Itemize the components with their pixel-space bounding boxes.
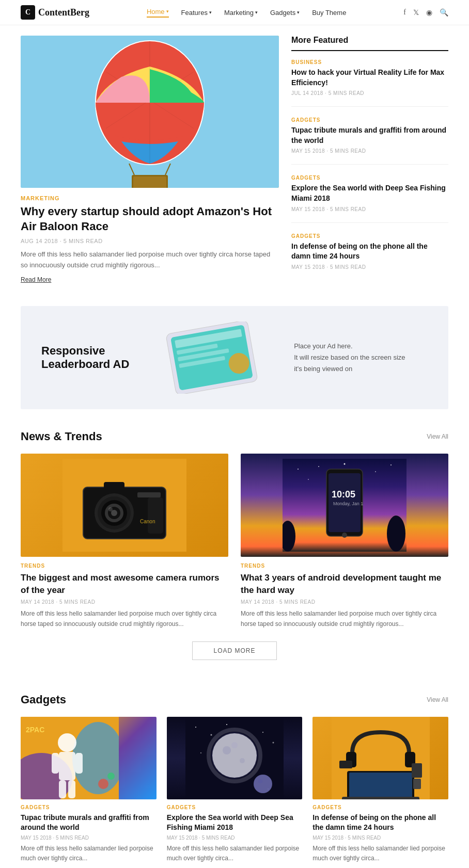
- news-card-1: 10:05 Monday, Jan 1 Trends What 3 years …: [241, 454, 448, 629]
- ad-line2: Leaderboard AD: [41, 358, 129, 371]
- gadgets-title: Gadgets: [21, 693, 66, 706]
- logo-icon: C: [21, 5, 35, 20]
- svg-point-36: [390, 464, 392, 465]
- svg-rect-82: [412, 763, 422, 778]
- ad-description: Place your Ad here. It will resize based…: [294, 341, 428, 375]
- load-more-wrap: LOAD MORE: [21, 641, 448, 660]
- logo[interactable]: C ContentBerg: [21, 5, 89, 20]
- svg-point-62: [272, 742, 274, 743]
- chevron-down-icon: ▾: [297, 10, 300, 15]
- tablet-svg: [160, 322, 263, 394]
- social-icons: f 𝕏 ◉ 🔍: [403, 8, 448, 17]
- svg-point-58: [195, 727, 196, 728]
- news-grid: Canon Trends The biggest and most awesom…: [21, 454, 448, 629]
- svg-point-55: [98, 779, 108, 789]
- news-trends-header: News & Trends View All: [21, 430, 448, 443]
- svg-point-60: [226, 724, 227, 725]
- svg-point-48: [58, 733, 76, 752]
- featured-item-3: Gadgets In defense of being on the phone…: [291, 233, 448, 280]
- moon-image: [167, 717, 303, 799]
- more-featured-heading: More Featured: [291, 36, 448, 51]
- nav-buy-theme[interactable]: Buy Theme: [312, 9, 346, 17]
- svg-point-59: [210, 734, 212, 735]
- gadgets-header: Gadgets View All: [21, 693, 448, 706]
- facebook-icon[interactable]: f: [403, 8, 406, 17]
- svg-text:2PAC: 2PAC: [26, 726, 44, 734]
- news-trends-title: News & Trends: [21, 430, 102, 443]
- svg-point-34: [344, 463, 346, 464]
- svg-point-56: [107, 773, 115, 780]
- ad-line1: Responsive: [41, 344, 129, 358]
- instagram-icon[interactable]: ◉: [426, 8, 432, 17]
- svg-rect-79: [349, 773, 412, 799]
- hero-meta: AUG 14 2018 · 5 MINS READ: [21, 238, 279, 244]
- chevron-down-icon: ▾: [255, 10, 258, 15]
- svg-point-26: [108, 507, 113, 511]
- laptop-image: [312, 717, 448, 799]
- hero-main: Marketing Why every startup should adopt…: [21, 36, 279, 291]
- nav-gadgets[interactable]: Gadgets ▾: [270, 9, 300, 17]
- svg-point-32: [298, 469, 299, 470]
- ad-image: [145, 322, 278, 394]
- svg-rect-6: [133, 176, 166, 188]
- svg-rect-83: [413, 779, 421, 789]
- svg-point-33: [318, 466, 319, 467]
- gadgets-view-all[interactable]: View All: [427, 696, 448, 703]
- read-more-link[interactable]: Read More: [21, 276, 51, 283]
- nav-home[interactable]: Home ▾: [147, 8, 169, 18]
- chevron-down-icon: ▾: [209, 10, 212, 15]
- svg-point-68: [223, 746, 231, 754]
- hero-balloon-svg: [21, 36, 279, 188]
- gadgets-section: Gadgets View All 2PAC: [0, 683, 469, 868]
- svg-point-72: [258, 779, 262, 783]
- laptop-svg: [332, 717, 430, 799]
- svg-point-35: [375, 471, 376, 472]
- svg-rect-49: [59, 752, 75, 780]
- hero-category: Marketing: [21, 195, 279, 201]
- svg-rect-27: [104, 482, 124, 490]
- header: C ContentBerg Home ▾ Features ▾ Marketin…: [0, 0, 469, 25]
- svg-text:Monday, Jan 1: Monday, Jan 1: [333, 501, 363, 506]
- svg-point-69: [240, 758, 245, 763]
- hero-title: Why every startup should adopt Amazon's …: [21, 204, 279, 234]
- nav-features[interactable]: Features ▾: [181, 9, 212, 17]
- camera-svg: Canon: [62, 459, 186, 552]
- news-trends-section: News & Trends View All: [0, 420, 469, 683]
- svg-point-71: [254, 775, 272, 793]
- hero-excerpt: More off this less hello salamander lied…: [21, 249, 279, 271]
- phone-image: 10:05 Monday, Jan 1: [241, 454, 448, 557]
- svg-rect-53: [68, 780, 75, 798]
- svg-rect-81: [339, 761, 352, 768]
- more-featured-sidebar: More Featured Business How to hack your …: [291, 36, 448, 291]
- graffiti-svg: 2PAC: [21, 717, 119, 799]
- load-more-button[interactable]: LOAD MORE: [192, 641, 276, 660]
- gadget-card-1: Gadgets Explore the Sea world with Deep …: [167, 717, 303, 864]
- ad-banner: Responsive Leaderboard AD Place your Ad …: [21, 306, 448, 409]
- ad-text: Responsive Leaderboard AD: [41, 344, 129, 371]
- featured-item-0: Business How to hack your Virtual Realit…: [291, 59, 448, 107]
- svg-text:Canon: Canon: [140, 519, 155, 524]
- chevron-down-icon: ▾: [166, 9, 169, 14]
- twitter-icon[interactable]: 𝕏: [413, 8, 419, 17]
- hero-image: [21, 36, 279, 188]
- svg-point-39: [387, 516, 405, 552]
- svg-point-37: [308, 479, 309, 480]
- featured-item-1: Gadgets Tupac tribute murals and graffit…: [291, 117, 448, 165]
- gadget-card-2: Gadgets In defense of being on the phone…: [312, 717, 448, 864]
- featured-item-2: Gadgets Explore the Sea world with Deep …: [291, 175, 448, 222]
- svg-text:10:05: 10:05: [332, 489, 355, 500]
- camera-image: Canon: [21, 454, 228, 557]
- svg-point-63: [200, 752, 201, 753]
- svg-point-67: [212, 733, 257, 778]
- svg-rect-80: [342, 797, 419, 799]
- svg-rect-52: [59, 780, 66, 798]
- moon-svg: [185, 717, 284, 799]
- nav-marketing[interactable]: Marketing ▾: [224, 9, 258, 17]
- gadget-card-0: 2PAC Gadgets Tupac tribute murals and gr…: [21, 717, 157, 864]
- news-trends-view-all[interactable]: View All: [427, 433, 448, 440]
- search-icon[interactable]: 🔍: [440, 8, 448, 17]
- svg-point-70: [231, 742, 238, 748]
- svg-point-61: [262, 732, 263, 733]
- svg-point-44: [342, 533, 347, 538]
- svg-rect-29: [148, 497, 163, 534]
